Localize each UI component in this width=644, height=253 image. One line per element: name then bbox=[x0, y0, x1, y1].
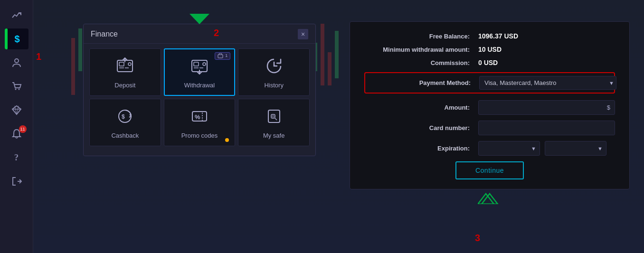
payment-method-row: Payment Method: Visa, Mastercard, Maestr… bbox=[364, 72, 615, 94]
finance-modal: Finance × Deposit bbox=[83, 24, 316, 156]
finance-modal-close[interactable]: × bbox=[298, 29, 308, 39]
free-balance-value: 1096.37 USD bbox=[478, 32, 518, 40]
finance-tile-cashback[interactable]: $ Cashback bbox=[89, 99, 161, 146]
svg-point-16 bbox=[18, 89, 19, 90]
card-number-label: Card number: bbox=[364, 124, 478, 131]
chart-icon bbox=[11, 10, 22, 20]
sidebar-item-notifications[interactable]: 11 bbox=[5, 123, 28, 144]
svg-point-32 bbox=[203, 63, 206, 66]
min-withdrawal-value: 10 USD bbox=[478, 46, 502, 53]
continue-button[interactable]: Continue bbox=[455, 161, 524, 179]
card-number-row: Card number: bbox=[364, 121, 615, 135]
finance-tile-withdrawal[interactable]: 1 Withdrawal bbox=[164, 48, 236, 96]
sidebar-item-help[interactable]: ? bbox=[5, 147, 28, 168]
finance-grid: Deposit 1 bbox=[84, 44, 315, 151]
sidebar-item-cart[interactable] bbox=[5, 76, 28, 97]
expiration-month-wrapper: 010203 040506 070809 101112 ▼ bbox=[478, 141, 540, 156]
amount-row: Amount: $ bbox=[364, 100, 615, 115]
sidebar-item-premium[interactable] bbox=[5, 100, 28, 121]
svg-point-25 bbox=[128, 63, 131, 66]
sidebar-item-chart[interactable] bbox=[5, 5, 28, 26]
arrow-up-icon bbox=[478, 192, 502, 204]
withdrawal-label: Withdrawal bbox=[184, 82, 215, 89]
svg-marker-17 bbox=[12, 106, 21, 114]
withdrawal-badge: 1 bbox=[215, 52, 231, 60]
svg-rect-42 bbox=[271, 114, 275, 118]
promo-dot bbox=[225, 138, 229, 142]
history-label: History bbox=[264, 82, 283, 89]
svg-point-14 bbox=[15, 59, 19, 63]
expiration-month-select[interactable]: 010203 040506 070809 101112 bbox=[478, 141, 540, 156]
finance-modal-title: Finance bbox=[91, 30, 118, 38]
mysafe-label: My safe bbox=[263, 132, 285, 139]
svg-rect-31 bbox=[194, 62, 199, 66]
expiration-selects: 010203 040506 070809 101112 ▼ 2024202520… bbox=[478, 141, 615, 156]
mysafe-icon bbox=[265, 108, 284, 128]
amount-suffix: $ bbox=[607, 104, 610, 111]
diamond-icon bbox=[11, 105, 22, 115]
right-panel: Free Balance: 1096.37 USD Minimum withdr… bbox=[350, 21, 630, 189]
sidebar: $ 11 ? bbox=[0, 0, 33, 253]
profile-icon bbox=[11, 57, 22, 68]
sidebar-item-profile[interactable] bbox=[5, 52, 28, 73]
promo-icon: % bbox=[190, 108, 209, 128]
cashback-label: Cashback bbox=[111, 132, 139, 139]
amount-input[interactable] bbox=[478, 100, 615, 115]
payment-method-select-wrapper: Visa, Mastercard, Maestro Wire Transfer … bbox=[479, 76, 614, 90]
logout-icon bbox=[11, 176, 22, 187]
cashback-icon: $ bbox=[115, 108, 134, 128]
finance-modal-header: Finance × bbox=[84, 24, 315, 44]
main-area: 1 2 3 Finance × bbox=[33, 0, 644, 253]
history-icon bbox=[265, 57, 283, 78]
finance-tile-history[interactable]: History bbox=[238, 48, 310, 96]
svg-marker-22 bbox=[189, 14, 209, 24]
svg-rect-24 bbox=[119, 62, 124, 66]
card-number-input[interactable] bbox=[478, 121, 615, 135]
commission-value: 0 USD bbox=[478, 59, 498, 66]
payment-method-label: Payment Method: bbox=[365, 79, 479, 86]
sidebar-item-finance[interactable]: $ bbox=[5, 28, 28, 49]
commission-row: Commission: 0 USD bbox=[364, 59, 615, 66]
modal-arrow-down bbox=[189, 14, 209, 26]
card-number-input-wrapper bbox=[478, 121, 615, 135]
svg-text:$: $ bbox=[122, 113, 125, 120]
expiration-row: Expiration: 010203 040506 070809 101112 … bbox=[364, 141, 615, 156]
step-3-label: 3 bbox=[475, 233, 480, 244]
step-2-label: 2 bbox=[214, 28, 219, 38]
notifications-badge: 11 bbox=[19, 125, 27, 133]
sidebar-item-logout[interactable] bbox=[5, 171, 28, 192]
deposit-label: Deposit bbox=[114, 82, 135, 89]
min-withdrawal-label: Minimum withdrawal amount: bbox=[364, 46, 478, 53]
continue-btn-wrapper: Continue bbox=[364, 161, 615, 179]
amount-input-wrapper: $ bbox=[478, 100, 615, 115]
svg-point-15 bbox=[15, 89, 16, 90]
expiration-label: Expiration: bbox=[364, 145, 478, 152]
finance-tile-deposit[interactable]: Deposit bbox=[89, 48, 161, 96]
cart-icon bbox=[11, 81, 22, 92]
svg-rect-29 bbox=[218, 55, 223, 58]
expiration-year-select[interactable]: 202420252026 202720282029 bbox=[545, 141, 606, 156]
help-icon: ? bbox=[14, 153, 19, 163]
amount-label: Amount: bbox=[364, 104, 478, 111]
free-balance-label: Free Balance: bbox=[364, 33, 478, 40]
finance-tile-promo[interactable]: % Promo codes bbox=[164, 99, 236, 146]
finance-tile-mysafe[interactable]: My safe bbox=[238, 99, 310, 146]
panel-arrows-up bbox=[478, 192, 502, 204]
promo-label: Promo codes bbox=[181, 132, 218, 139]
svg-text:%: % bbox=[195, 113, 200, 121]
finance-icon: $ bbox=[14, 34, 19, 45]
step-1-label: 1 bbox=[36, 51, 41, 62]
payment-method-select[interactable]: Visa, Mastercard, Maestro Wire Transfer … bbox=[479, 76, 616, 90]
svg-line-44 bbox=[275, 118, 277, 120]
withdrawal-icon bbox=[190, 57, 209, 78]
deposit-icon bbox=[115, 57, 134, 78]
min-withdrawal-row: Minimum withdrawal amount: 10 USD bbox=[364, 46, 615, 53]
svg-point-43 bbox=[272, 115, 274, 117]
free-balance-row: Free Balance: 1096.37 USD bbox=[364, 32, 615, 40]
commission-label: Commission: bbox=[364, 59, 478, 66]
expiration-year-wrapper: 202420252026 202720282029 ▼ bbox=[545, 141, 606, 156]
